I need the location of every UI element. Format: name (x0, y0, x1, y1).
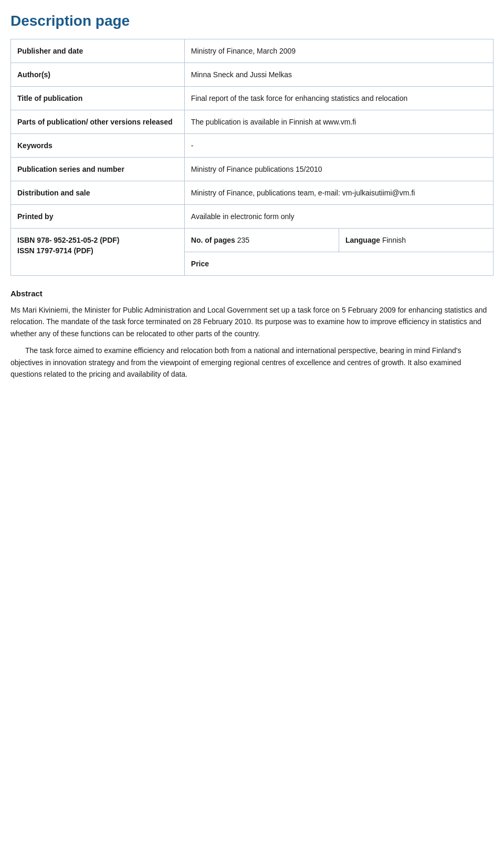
value-keywords: - (184, 134, 493, 158)
abstract-paragraph-2: The task force aimed to examine efficien… (10, 345, 494, 380)
label-authors: Author(s) (11, 63, 185, 87)
abstract-paragraph-1: Ms Mari Kiviniemi, the Minister for Publ… (10, 304, 494, 339)
value-series: Ministry of Finance publications 15/2010 (184, 158, 493, 181)
value-parts: The publication is available in Finnish … (184, 110, 493, 134)
isbn-value: 978- 952-251-05-2 (PDF) (37, 236, 119, 244)
abstract-title: Abstract (10, 287, 494, 300)
issn-value: 1797-9714 (PDF) (37, 246, 93, 255)
label-printed: Printed by (11, 205, 185, 229)
no-pages-cell: No. of pages 235 (185, 229, 339, 252)
table-row-parts: Parts of publication/ other versions rel… (11, 110, 494, 134)
table-row-keywords: Keywords - (11, 134, 494, 158)
isbn-issn-cell: ISBN 978- 952-251-05-2 (PDF) ISSN 1797-9… (11, 229, 185, 276)
issn-label: ISSN (17, 246, 35, 255)
value-publisher-date: Ministry of Finance, March 2009 (184, 39, 493, 63)
language-label: Language (345, 236, 380, 244)
isbn-label: ISBN (17, 236, 35, 244)
label-title: Title of publication (11, 87, 185, 110)
language-cell: Language Finnish (339, 229, 493, 252)
table-row-printed: Printed by Available in electronic form … (11, 205, 494, 229)
no-pages-value: 235 (237, 236, 249, 244)
table-row-publisher: Publisher and date Ministry of Finance, … (11, 39, 494, 63)
label-keywords: Keywords (11, 134, 185, 158)
table-row-isbn: ISBN 978- 952-251-05-2 (PDF) ISSN 1797-9… (11, 229, 494, 276)
value-authors: Minna Sneck and Jussi Melkas (184, 63, 493, 87)
label-parts: Parts of publication/ other versions rel… (11, 110, 185, 134)
value-printed: Available in electronic form only (184, 205, 493, 229)
table-row-distribution: Distribution and sale Ministry of Financ… (11, 181, 494, 205)
table-row-title: Title of publication Final report of the… (11, 87, 494, 110)
page-title: Description page (10, 13, 494, 29)
pages-language-price-cell: No. of pages 235 Language Finnish Price (184, 229, 493, 276)
label-publisher-date: Publisher and date (11, 39, 185, 63)
abstract-section: Abstract Ms Mari Kiviniemi, the Minister… (10, 287, 494, 380)
language-value: Finnish (382, 236, 406, 244)
value-distribution: Ministry of Finance, publications team, … (184, 181, 493, 205)
table-row-series: Publication series and number Ministry o… (11, 158, 494, 181)
price-label: Price (191, 260, 209, 268)
label-distribution: Distribution and sale (11, 181, 185, 205)
table-row-authors: Author(s) Minna Sneck and Jussi Melkas (11, 63, 494, 87)
no-pages-label: No. of pages (191, 236, 235, 244)
value-title: Final report of the task force for enhan… (184, 87, 493, 110)
price-cell: Price (185, 252, 493, 275)
description-table: Publisher and date Ministry of Finance, … (10, 39, 494, 276)
label-series: Publication series and number (11, 158, 185, 181)
